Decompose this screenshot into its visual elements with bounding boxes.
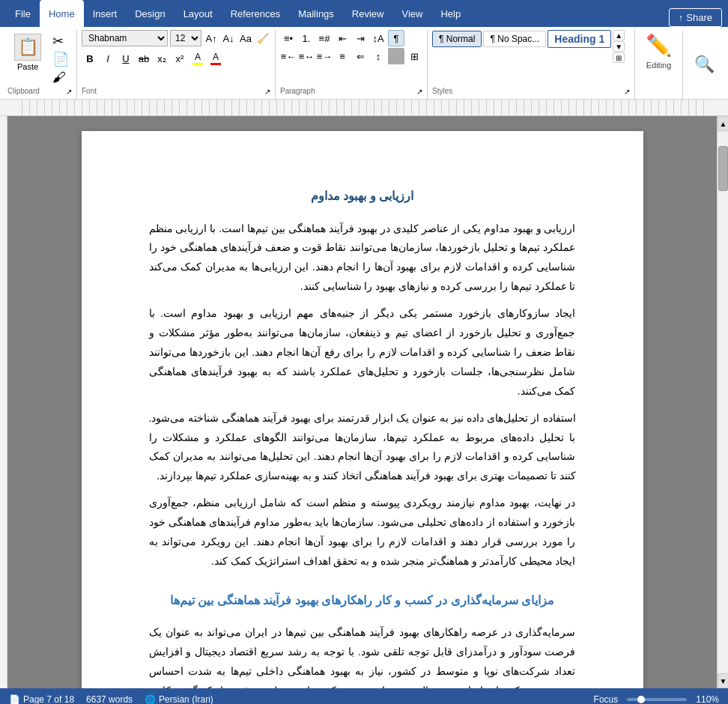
editing-group: ✏️ Editing bbox=[635, 30, 683, 99]
tab-help[interactable]: Help bbox=[431, 0, 470, 27]
font-color-icon: A bbox=[213, 52, 219, 62]
document-page[interactable]: ارزیابی و بهبود مداوم ارزیابی و بهبود مد… bbox=[82, 131, 643, 688]
borders-button[interactable]: ⊞ bbox=[406, 48, 422, 64]
numbering-button[interactable]: 1. bbox=[298, 30, 315, 46]
para-bottom-row: ≡← ≡↔ ≡→ ≡ ⇐ ↕ ⊞ bbox=[280, 48, 422, 64]
line-spacing-button[interactable]: ↕ bbox=[370, 48, 386, 64]
scroll-track[interactable] bbox=[718, 131, 728, 673]
bold-button[interactable]: B bbox=[82, 50, 98, 67]
align-left-button[interactable]: ≡← bbox=[280, 48, 297, 64]
align-right-button[interactable]: ≡→ bbox=[316, 48, 333, 64]
multilevel-list-button[interactable]: ≡# bbox=[316, 30, 333, 46]
clipboard-group: 📋 Paste ✂ 📄 🖌 Clipboard ↗ bbox=[3, 30, 77, 99]
text-highlight-button[interactable]: A bbox=[189, 50, 206, 67]
tab-references[interactable]: References bbox=[222, 0, 289, 27]
paragraph-expand[interactable]: ↗ bbox=[416, 88, 422, 96]
focus-button[interactable]: Focus bbox=[594, 694, 619, 704]
show-hide-button[interactable]: ¶ bbox=[388, 30, 404, 46]
subscript-button[interactable]: x₂ bbox=[154, 50, 170, 67]
change-case-button[interactable]: Aa bbox=[238, 31, 253, 46]
share-button[interactable]: ↑ Share bbox=[669, 8, 722, 27]
tab-mailings[interactable]: Mailings bbox=[289, 0, 343, 27]
font-color-button[interactable]: A bbox=[207, 50, 224, 67]
shading-button[interactable] bbox=[388, 48, 404, 64]
bullets-button[interactable]: ≡• bbox=[280, 30, 297, 46]
search-button[interactable]: 🔍 bbox=[689, 49, 719, 79]
clipboard-group-content: 📋 Paste ✂ 📄 🖌 bbox=[7, 30, 72, 85]
paragraph-group: ≡• 1. ≡# ⇤ ⇥ ↕A ¶ ≡← ≡↔ ≡→ ≡ ⇐ ↕ ⊞ Parag… bbox=[276, 30, 428, 99]
paragraph-group-content: ≡• 1. ≡# ⇤ ⇥ ↕A ¶ ≡← ≡↔ ≡→ ≡ ⇐ ↕ ⊞ bbox=[280, 30, 422, 85]
font-size-decrease[interactable]: A↓ bbox=[221, 31, 236, 46]
page-info-text[interactable]: Page 7 of 18 bbox=[23, 694, 74, 704]
cut-button[interactable]: ✂ bbox=[49, 33, 72, 49]
scroll-down-arrow[interactable]: ▼ bbox=[718, 673, 728, 688]
tab-design[interactable]: Design bbox=[126, 0, 174, 27]
styles-expand[interactable]: ⊞ bbox=[613, 52, 625, 63]
tab-insert[interactable]: Insert bbox=[84, 0, 127, 27]
document-content: ارزیابی و بهبود مداوم ارزیابی و بهبود مد… bbox=[7, 116, 717, 688]
styles-scroll-up[interactable]: ▲ bbox=[613, 30, 625, 40]
clipboard-expand[interactable]: ↗ bbox=[66, 88, 72, 96]
sort-button[interactable]: ↕A bbox=[370, 30, 386, 46]
font-size-increase[interactable]: A↑ bbox=[204, 31, 219, 46]
zoom-slider[interactable] bbox=[627, 698, 687, 701]
copy-button[interactable]: 📄 bbox=[49, 51, 72, 67]
tab-home[interactable]: Home bbox=[40, 0, 84, 27]
paste-icon: 📋 bbox=[14, 34, 41, 61]
increase-indent-button[interactable]: ⇥ bbox=[352, 30, 368, 46]
rtl-button[interactable]: ⇐ bbox=[352, 48, 368, 64]
superscript-button[interactable]: x² bbox=[172, 50, 188, 67]
tab-review[interactable]: Review bbox=[343, 0, 393, 27]
scroll-up-arrow[interactable]: ▲ bbox=[718, 116, 728, 131]
tab-layout[interactable]: Layout bbox=[175, 0, 222, 27]
page-icon: 📄 bbox=[9, 694, 20, 704]
decrease-indent-button[interactable]: ⇤ bbox=[334, 30, 351, 46]
style-no-spacing[interactable]: ¶ No Spac... bbox=[483, 31, 546, 47]
word-count-item: 6637 words bbox=[86, 694, 133, 704]
search-group: 🔍 bbox=[683, 30, 725, 99]
style-normal[interactable]: ¶ Normal bbox=[432, 31, 482, 47]
underline-button[interactable]: U bbox=[118, 50, 134, 67]
paste-button[interactable]: 📋 Paste bbox=[7, 30, 48, 75]
clear-formatting-button[interactable]: 🧹 bbox=[255, 31, 270, 46]
strikethrough-button[interactable]: ab bbox=[136, 50, 152, 67]
paragraph-2-1: سرمایه‌گذاری در عرصه راهکارهای بهبود فرآ… bbox=[149, 623, 576, 688]
document-area: ارزیابی و بهبود مداوم ارزیابی و بهبود مد… bbox=[0, 116, 728, 688]
paragraph-1-1: ارزیابی و بهبود مداوم یکی از عناصر کلیدی… bbox=[149, 219, 576, 297]
italic-button[interactable]: I bbox=[100, 50, 116, 67]
styles-scroll-down[interactable]: ▼ bbox=[613, 41, 625, 52]
scroll-thumb[interactable] bbox=[718, 146, 728, 191]
editing-label: Editing bbox=[646, 61, 672, 70]
font-name-select[interactable]: Shabnam bbox=[82, 30, 168, 46]
ruler bbox=[15, 100, 709, 116]
font-name-row: Shabnam 12 A↑ A↓ Aa 🧹 bbox=[82, 30, 270, 46]
format-row: B I U ab x₂ x² A A bbox=[82, 50, 224, 67]
font-size-select[interactable]: 12 bbox=[170, 30, 201, 46]
font-expand[interactable]: ↗ bbox=[264, 88, 270, 96]
styles-scroll: ▲ ▼ ⊞ bbox=[613, 30, 625, 63]
ribbon: 📋 Paste ✂ 📄 🖌 Clipboard ↗ Shabnam 12 bbox=[0, 27, 728, 100]
share-icon: ↑ bbox=[679, 12, 684, 23]
paragraph-group-label: Paragraph bbox=[280, 87, 315, 97]
language-icon: 🌐 bbox=[145, 694, 156, 704]
font-group-label: Font bbox=[82, 87, 97, 97]
tab-file[interactable]: File bbox=[6, 0, 40, 27]
align-center-button[interactable]: ≡↔ bbox=[298, 48, 315, 64]
styles-group-label: Styles bbox=[432, 87, 452, 97]
styles-expand-btn[interactable]: ↗ bbox=[624, 88, 630, 96]
justify-button[interactable]: ≡ bbox=[334, 48, 351, 64]
styles-gallery: ¶ Normal ¶ No Spac... Heading 1 bbox=[432, 30, 611, 48]
clipboard-label: Clipboard bbox=[7, 87, 40, 97]
section-title-1: ارزیابی و بهبود مداوم bbox=[149, 185, 576, 207]
word-count-text[interactable]: 6637 words bbox=[86, 694, 133, 704]
language-item: 🌐 Persian (Iran) bbox=[145, 694, 213, 704]
doc-scrollbar: ▲ ▼ bbox=[717, 116, 728, 688]
style-heading1[interactable]: Heading 1 bbox=[547, 30, 611, 48]
language-text: Persian (Iran) bbox=[159, 694, 213, 704]
format-painter-button[interactable]: 🖌 bbox=[49, 69, 72, 85]
status-bar: 📄 Page 7 of 18 6637 words 🌐 Persian (Ira… bbox=[0, 688, 728, 704]
paragraph-1-4: در نهایت، بهبود مداوم نیازمند رویکردی پی… bbox=[149, 494, 576, 571]
font-group-content: Shabnam 12 A↑ A↓ Aa 🧹 B I U ab x₂ x² A bbox=[82, 30, 270, 85]
tab-view[interactable]: View bbox=[392, 0, 431, 27]
zoom-level-text: 110% bbox=[696, 694, 719, 704]
